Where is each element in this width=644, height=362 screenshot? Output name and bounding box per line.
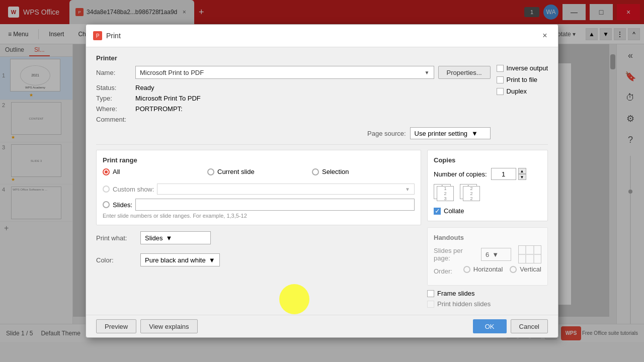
collate-icon-1: 123 123 (434, 184, 456, 204)
inverse-output-label: Inverse output (507, 64, 548, 72)
print-to-file-checkbox[interactable] (497, 76, 504, 83)
slides-per-page-select: 6 ▼ (481, 248, 511, 261)
dialog-footer: Preview View explains OK Cancel (86, 315, 558, 337)
print-what-label: Print what: (96, 234, 136, 242)
dialog-overlay: P Print × Printer Name: Microsoft Print … (0, 0, 644, 362)
collate-checkbox[interactable]: ✓ (434, 208, 441, 215)
print-what-color: Print what: Slides ▼ Color: Pure black a… (96, 231, 421, 266)
color-row: Color: Pure black and white ▼ (96, 253, 421, 266)
all-radio[interactable] (103, 168, 110, 175)
collate-icon-2: 111 222 (460, 184, 482, 204)
copies-row: Number of copies: ▲ ▼ (434, 168, 541, 180)
copies-down-button[interactable]: ▼ (518, 174, 526, 180)
copies-input-row: ▲ ▼ (491, 168, 526, 180)
where-label: Where: (96, 105, 131, 113)
color-arrow: ▼ (209, 256, 215, 264)
page-source-value: Use printer setting (415, 130, 468, 137)
current-slide-radio-row[interactable]: Current slide (207, 168, 310, 175)
print-what-value: Slides (145, 234, 163, 242)
printer-checkboxes: Inverse output Print to file Duplex (497, 54, 548, 139)
ok-button[interactable]: OK (473, 319, 507, 333)
handout-cell (534, 255, 541, 263)
slides-input[interactable] (135, 199, 415, 211)
frame-slides-checkbox[interactable] (427, 290, 434, 297)
printer-status-row: Status: Ready (96, 84, 491, 92)
handout-cell (526, 246, 533, 254)
preview-buttons: Preview View explains (96, 319, 198, 333)
preview-button[interactable]: Preview (96, 319, 136, 333)
selection-radio-row[interactable]: Selection (312, 168, 415, 175)
range-left: Print range All Current slide (96, 150, 421, 308)
copies-up-button[interactable]: ▲ (518, 168, 526, 174)
dialog-titlebar: P Print × (86, 25, 558, 47)
properties-button[interactable]: Properties... (438, 66, 491, 79)
right-col: Copies Number of copies: ▲ ▼ (427, 150, 548, 308)
selection-radio[interactable] (312, 168, 319, 175)
dialog-title: Print (106, 32, 535, 40)
slides-per-page-row: Slides per page: 6 ▼ (434, 245, 541, 263)
handout-cell (519, 255, 525, 263)
inverse-output-row[interactable]: Inverse output (497, 64, 548, 72)
range-copies-section: Print range All Current slide (96, 150, 548, 308)
print-dialog: P Print × Printer Name: Microsoft Print … (86, 24, 558, 338)
print-hidden-checkbox (427, 301, 434, 308)
handout-cell (526, 255, 533, 263)
status-label: Status: (96, 84, 131, 92)
slides-label: Slides: (113, 201, 132, 209)
slides-per-page-label: Slides per page: (434, 247, 478, 262)
horizontal-label: Horizontal (473, 265, 503, 273)
view-explains-button[interactable]: View explains (140, 319, 197, 333)
num-copies-label: Number of copies: (434, 170, 487, 178)
frame-slides-row[interactable]: Frame slides (427, 290, 548, 297)
handout-preview (518, 245, 541, 263)
copies-input[interactable] (491, 168, 516, 180)
slides-hint: Enter slide numbers or slide ranges. For… (103, 213, 415, 219)
slides-per-page-value: 6 (486, 251, 489, 258)
handout-cell (519, 246, 525, 254)
comment-field-label: Comment: (96, 116, 131, 123)
print-hidden-row: Print hidden slides (427, 300, 548, 308)
dialog-close-button[interactable]: × (539, 30, 551, 42)
ok-cancel-buttons: OK Cancel (473, 319, 548, 333)
collate-label: Collate (444, 207, 464, 215)
custom-show-label: Custom show: (113, 186, 154, 193)
copies-title: Copies (434, 156, 541, 164)
dialog-body: Printer Name: Microsoft Print to PDF ▼ P… (86, 47, 558, 315)
color-label: Color: (96, 256, 136, 264)
slides-radio[interactable] (103, 201, 110, 208)
printer-where-row: Where: PORTPROMPT: (96, 105, 491, 113)
inverse-output-checkbox[interactable] (497, 65, 504, 72)
page-source-label: Page source: (367, 130, 406, 137)
frame-hidden-section: Frame slides Print hidden slides (427, 290, 548, 308)
collate-icons: 123 123 111 222 (434, 184, 541, 204)
printer-name-row: Name: Microsoft Print to PDF ▼ Propertie… (96, 66, 491, 79)
copies-spinner: ▲ ▼ (518, 168, 526, 180)
range-radio-group: All Current slide Selection (103, 168, 415, 179)
all-label: All (113, 168, 120, 175)
color-select[interactable]: Pure black and white ▼ (140, 253, 220, 266)
print-what-arrow: ▼ (166, 234, 172, 242)
duplex-row[interactable]: Duplex (497, 87, 548, 95)
page-source-select[interactable]: Use printer setting ▼ (410, 127, 491, 139)
printer-name-value: Microsoft Print to PDF (140, 69, 425, 76)
slides-range-row: Slides: (103, 199, 415, 211)
horizontal-radio-row: Horizontal (463, 265, 503, 273)
page-source-row: Page source: Use printer setting ▼ (96, 127, 491, 139)
print-what-select[interactable]: Slides ▼ (140, 231, 211, 244)
range-title: Print range (103, 156, 415, 164)
print-to-file-row[interactable]: Print to file (497, 76, 548, 83)
collate-checkbox-row[interactable]: ✓ Collate (434, 207, 541, 215)
all-radio-row[interactable]: All (103, 168, 205, 175)
print-range-section: Print range All Current slide (96, 150, 421, 225)
status-value: Ready (135, 84, 154, 92)
frame-slides-label: Frame slides (437, 290, 474, 297)
printer-name-select[interactable]: Microsoft Print to PDF ▼ (135, 66, 434, 79)
duplex-checkbox[interactable] (497, 88, 504, 95)
handouts-section: Handouts Slides per page: 6 ▼ (427, 227, 548, 286)
printer-left: Printer Name: Microsoft Print to PDF ▼ P… (96, 54, 491, 139)
cancel-button[interactable]: Cancel (511, 319, 548, 333)
divider-1 (96, 144, 548, 145)
current-slide-radio[interactable] (207, 168, 214, 175)
page-source-arrow: ▼ (471, 130, 478, 137)
printer-type-row: Type: Microsoft Print To PDF (96, 95, 491, 102)
